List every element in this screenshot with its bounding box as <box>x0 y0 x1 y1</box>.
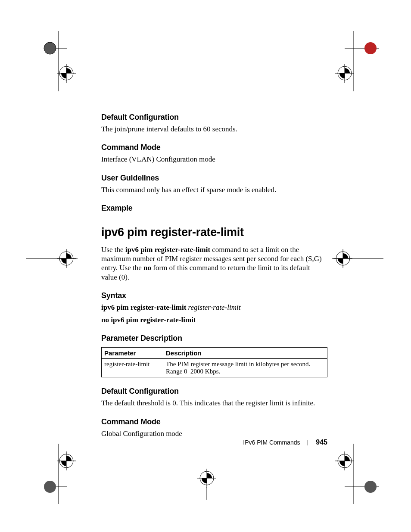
page-footer: IPv6 PIM Commands 945 <box>101 439 327 446</box>
crop-mark-icon <box>185 457 228 500</box>
heading-default-configuration: Default Configuration <box>101 113 327 122</box>
command-title: ipv6 pim register-rate-limit <box>101 226 327 239</box>
text-fragment-bold: no <box>143 264 151 272</box>
heading-user-guidelines: User Guidelines <box>101 174 327 183</box>
heading-example: Example <box>101 204 327 213</box>
parameter-table: Parameter Description register-rate-limi… <box>101 347 327 377</box>
text-fragment-bold: ipv6 pim register-rate-limit <box>125 246 210 254</box>
heading-command-mode: Command Mode <box>101 143 327 152</box>
text-user-guidelines: This command only has an effect if spars… <box>101 185 327 194</box>
table-header-description: Description <box>163 348 327 359</box>
table-cell-description: The PIM register message limit in kiloby… <box>163 359 327 377</box>
heading-command-mode: Command Mode <box>101 417 327 426</box>
text-fragment: Use the <box>101 246 125 254</box>
crop-mark-icon <box>26 233 78 284</box>
syntax-line: ipv6 pim register-rate-limit register-ra… <box>101 303 327 312</box>
text-command-mode: Global Configuration mode <box>101 429 327 438</box>
heading-parameter-description: Parameter Description <box>101 334 327 343</box>
page-content: Default Configuration The join/prune int… <box>101 113 327 448</box>
crop-mark-icon <box>332 233 383 284</box>
syntax-line: no ipv6 pim register-rate-limit <box>101 315 327 324</box>
svg-point-33 <box>364 481 377 493</box>
syntax-italic: register-rate-limit <box>188 303 241 311</box>
text-command-mode: Interface (VLAN) Configuration mode <box>101 155 327 164</box>
svg-point-27 <box>44 481 56 493</box>
footer-section: IPv6 PIM Commands <box>243 439 300 446</box>
heading-syntax: Syntax <box>101 291 327 300</box>
crop-mark-icon <box>33 31 84 91</box>
syntax-bold: no ipv6 pim register-rate-limit <box>101 316 196 324</box>
table-cell-parameter: register-rate-limit <box>102 359 163 377</box>
svg-point-12 <box>364 42 377 54</box>
crop-mark-icon <box>319 31 379 91</box>
table-header-parameter: Parameter <box>102 348 163 359</box>
table-header-row: Parameter Description <box>102 348 327 359</box>
crop-mark-icon <box>33 444 84 504</box>
table-row: register-rate-limit The PIM register mes… <box>102 359 327 377</box>
heading-default-configuration: Default Configuration <box>101 387 327 396</box>
text-default-configuration: The join/prune interval defaults to 60 s… <box>101 124 327 134</box>
syntax-bold: ipv6 pim register-rate-limit <box>101 303 188 311</box>
command-intro: Use the ipv6 pim register-rate-limit com… <box>101 245 327 282</box>
text-default-configuration: The default threshold is 0. This indicat… <box>101 398 327 408</box>
footer-separator-icon <box>308 440 308 445</box>
crop-mark-icon <box>319 444 379 504</box>
